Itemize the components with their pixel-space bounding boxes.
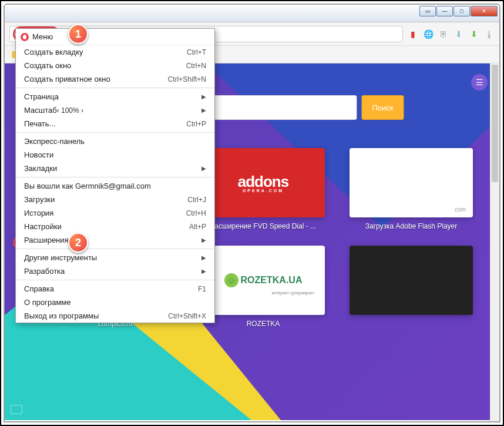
- menu-separator: [16, 177, 214, 177]
- menu-shortcut: Ctrl+Shift+X: [168, 312, 206, 320]
- chevron-right-icon: ▶: [201, 237, 206, 243]
- menu-item-label: Масштаб: [24, 106, 57, 115]
- menu-item-масштаб[interactable]: Масштаб‹ 100% ›▶: [16, 103, 214, 117]
- menu-item-label: Новости: [24, 150, 53, 159]
- zoom-control[interactable]: ‹ 100% ›: [57, 106, 83, 115]
- title-bar: ▭ — □ ✕: [5, 5, 499, 22]
- menu-item-label: Настройки: [24, 222, 62, 231]
- menu-item-создать-окно[interactable]: Создать окноCtrl+N: [16, 59, 214, 72]
- extension-icon[interactable]: ⬇: [469, 29, 479, 39]
- menu-header[interactable]: Меню: [16, 29, 214, 45]
- rozetka-logo-icon: ☺: [224, 273, 238, 287]
- menu-item-разработка[interactable]: Разработка▶: [16, 264, 214, 278]
- menu-item-другие-инструменты[interactable]: Другие инструменты▶: [16, 251, 214, 264]
- chevron-right-icon: ▶: [201, 93, 206, 100]
- tile-more[interactable]: [347, 246, 476, 328]
- menu-item-справка[interactable]: СправкаF1: [16, 282, 214, 296]
- menu-shortcut: Ctrl+T: [187, 48, 206, 56]
- chevron-right-icon: ▶: [201, 254, 206, 261]
- menu-item-label: Экспресс-панель: [24, 137, 85, 146]
- menu-item-label: Страница: [24, 92, 59, 101]
- bookmark-icon[interactable]: ▮: [408, 29, 418, 39]
- menu-item-вы-вошли-как-germnik5-gmail-com[interactable]: Вы вошли как Germnik5@gmail.com: [16, 179, 214, 193]
- sidebar-toggle[interactable]: [11, 405, 22, 414]
- globe-icon[interactable]: 🌐: [423, 29, 434, 39]
- menu-item-label: Создать окно: [24, 61, 71, 70]
- main-menu: Меню Создать вкладкуCtrl+TСоздать окноCt…: [15, 28, 215, 323]
- menu-item-label: Разработка: [24, 267, 65, 276]
- save-icon[interactable]: ⭳: [484, 29, 495, 39]
- tile-flash[interactable]: com Загрузка Adobe Flash Player: [347, 148, 476, 230]
- close-button[interactable]: ✕: [471, 6, 498, 16]
- annotation-callout-1: 1: [68, 24, 88, 44]
- shield-icon[interactable]: ⛨: [438, 29, 449, 39]
- menu-shortcut: Alt+P: [189, 223, 206, 231]
- menu-item-создать-вкладку[interactable]: Создать вкладкуCtrl+T: [16, 45, 214, 59]
- outer-frame: ▭ — □ ✕ или веб-адрес ▮ 🌐 ⛨ ⬇ ⬇ ⭳ fox Un…: [0, 0, 504, 426]
- menu-shortcut: Ctrl+Shift+N: [168, 75, 206, 83]
- menu-separator: [16, 88, 214, 88]
- menu-item-выход-из-программы[interactable]: Выход из программыCtrl+Shift+X: [16, 309, 214, 323]
- popup-button[interactable]: ▭: [419, 6, 436, 16]
- menu-shortcut: Ctrl+J: [187, 196, 206, 204]
- menu-item-экспресс-панель[interactable]: Экспресс-панель: [16, 135, 214, 148]
- customize-button[interactable]: ☰: [471, 74, 488, 90]
- menu-separator: [16, 280, 214, 280]
- menu-item-создать-приватное-окно[interactable]: Создать приватное окноCtrl+Shift+N: [16, 72, 214, 86]
- menu-separator: [16, 132, 214, 133]
- menu-item-о-программе[interactable]: О программе: [16, 296, 214, 309]
- menu-item-label: Выход из программы: [24, 311, 99, 320]
- menu-item-label: Расширения: [24, 236, 69, 244]
- menu-item-расширения[interactable]: Расширения▶: [16, 233, 214, 247]
- minimize-button[interactable]: —: [436, 6, 453, 16]
- menu-item-label: Вы вошли как Germnik5@gmail.com: [24, 182, 151, 190]
- chevron-right-icon: ▶: [201, 107, 206, 113]
- menu-item-загрузки[interactable]: ЗагрузкиCtrl+J: [16, 193, 214, 206]
- maximize-button[interactable]: □: [453, 6, 470, 16]
- menu-item-label: О программе: [24, 298, 71, 307]
- menu-item-страница[interactable]: Страница▶: [16, 90, 214, 103]
- window-controls: ▭ — □ ✕: [419, 5, 498, 16]
- menu-item-label: Закладки: [24, 164, 57, 173]
- menu-item-label: Печать...: [24, 119, 55, 128]
- menu-title: Меню: [32, 32, 53, 41]
- chevron-right-icon: ▶: [201, 165, 206, 172]
- browser-window: ▭ — □ ✕ или веб-адрес ▮ 🌐 ⛨ ⬇ ⬇ ⭳ fox Un…: [4, 4, 500, 422]
- menu-item-label: Создать вкладку: [24, 48, 83, 56]
- annotation-callout-2: 2: [68, 233, 88, 253]
- menu-item-настройки[interactable]: НастройкиAlt+P: [16, 220, 214, 233]
- download-icon[interactable]: ⬇: [453, 29, 464, 39]
- opera-icon: [21, 33, 29, 41]
- menu-shortcut: Ctrl+P: [186, 120, 206, 128]
- tile-rozetka[interactable]: ☺ROZETKA.UA интернет супермаркет ROZETKA: [199, 246, 328, 328]
- menu-item-label: Другие инструменты: [24, 253, 97, 262]
- menu-item-закладки[interactable]: Закладки▶: [16, 162, 214, 175]
- tile-addons[interactable]: addonsOPERA.COM Расширение FVD Speed Dia…: [199, 148, 328, 230]
- menu-shortcut: Ctrl+H: [186, 209, 206, 217]
- scrollbar[interactable]: [490, 63, 499, 421]
- menu-item-label: История: [24, 209, 53, 217]
- chevron-right-icon: ▶: [201, 268, 206, 274]
- search-button[interactable]: Поиск: [362, 95, 404, 120]
- menu-item-новости[interactable]: Новости: [16, 148, 214, 162]
- menu-item-label: Создать приватное окно: [24, 75, 110, 83]
- menu-separator: [16, 249, 214, 249]
- menu-item-история[interactable]: ИсторияCtrl+H: [16, 206, 214, 220]
- menu-item-label: Справка: [24, 284, 54, 293]
- menu-shortcut: Ctrl+N: [186, 62, 206, 70]
- menu-item-label: Загрузки: [24, 195, 55, 204]
- scrollbar-thumb[interactable]: [492, 65, 498, 182]
- menu-item-печать-[interactable]: Печать...Ctrl+P: [16, 117, 214, 130]
- menu-shortcut: F1: [198, 285, 206, 293]
